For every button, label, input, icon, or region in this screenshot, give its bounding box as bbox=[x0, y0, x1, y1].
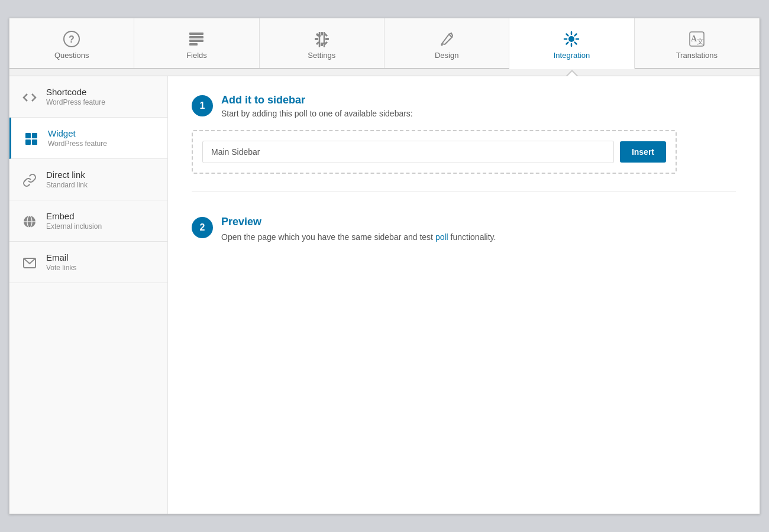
widget-sub: WordPress feature bbox=[48, 140, 107, 148]
step1-desc: Start by adding this poll to one of avai… bbox=[221, 109, 413, 118]
widget-title: Widget bbox=[48, 128, 107, 138]
sidebar: Shortcode WordPress feature Widget WordP… bbox=[9, 76, 168, 514]
svg-rect-4 bbox=[189, 40, 203, 42]
sidebar-item-widget[interactable]: Widget WordPress feature bbox=[9, 118, 167, 159]
direct-link-title: Direct link bbox=[46, 170, 88, 180]
design-icon bbox=[438, 29, 455, 47]
svg-rect-2 bbox=[189, 33, 203, 35]
app-container: ? Questions Fields bbox=[9, 18, 760, 514]
svg-rect-6 bbox=[321, 32, 323, 35]
tab-settings-label: Settings bbox=[308, 51, 335, 60]
widget-icon bbox=[23, 130, 40, 145]
email-title: Email bbox=[46, 252, 76, 262]
tab-fields[interactable]: Fields bbox=[134, 18, 259, 68]
tab-questions-label: Questions bbox=[54, 51, 89, 60]
tab-indicator-row bbox=[9, 69, 760, 76]
direct-link-icon bbox=[21, 171, 38, 187]
step2-section: 2 Preview Open the page which you have t… bbox=[192, 216, 736, 273]
settings-icon bbox=[314, 29, 330, 47]
step2-header: 2 Preview Open the page which you have t… bbox=[192, 216, 736, 244]
sidebar-item-embed[interactable]: Embed External inclusion bbox=[9, 200, 167, 242]
fields-icon bbox=[188, 29, 205, 47]
sidebar-item-direct-link[interactable]: Direct link Standard link bbox=[9, 159, 167, 200]
step1-header: 1 Add it to sidebar Start by adding this… bbox=[192, 94, 736, 118]
main-body: Shortcode WordPress feature Widget WordP… bbox=[9, 76, 760, 514]
embed-sub: External inclusion bbox=[46, 222, 102, 231]
translations-icon: A 文 bbox=[689, 29, 705, 47]
step1-circle: 1 bbox=[192, 95, 213, 116]
svg-rect-21 bbox=[25, 133, 31, 138]
tab-fields-label: Fields bbox=[186, 51, 207, 60]
svg-point-17 bbox=[568, 36, 574, 42]
step2-circle: 2 bbox=[192, 217, 213, 238]
tab-questions[interactable]: ? Questions bbox=[9, 18, 134, 68]
svg-rect-9 bbox=[325, 38, 329, 40]
svg-line-12 bbox=[325, 34, 327, 36]
svg-rect-3 bbox=[189, 36, 203, 38]
questions-icon: ? bbox=[63, 29, 80, 47]
preview-highlight: poll bbox=[435, 232, 448, 242]
shortcode-title: Shortcode bbox=[46, 87, 105, 97]
tab-design[interactable]: Design bbox=[384, 18, 509, 68]
email-icon bbox=[21, 254, 38, 270]
step2-desc: Open the page which you have the same si… bbox=[221, 231, 496, 244]
content-area: 1 Add it to sidebar Start by adding this… bbox=[168, 76, 760, 514]
step1-title: Add it to sidebar bbox=[221, 94, 413, 106]
svg-rect-5 bbox=[189, 43, 198, 46]
tab-translations[interactable]: A 文 Translations bbox=[635, 18, 760, 68]
tab-translations-label: Translations bbox=[676, 51, 718, 60]
step2-title: Preview bbox=[221, 216, 496, 228]
svg-rect-23 bbox=[25, 140, 31, 145]
sidebar-item-shortcode[interactable]: Shortcode WordPress feature bbox=[9, 76, 167, 118]
top-nav: ? Questions Fields bbox=[9, 18, 760, 69]
sidebar-select-box: Main Sidebar Insert bbox=[192, 130, 677, 174]
svg-rect-8 bbox=[315, 38, 318, 40]
shortcode-sub: WordPress feature bbox=[46, 98, 105, 106]
svg-text:文: 文 bbox=[697, 37, 704, 46]
tab-integration-label: Integration bbox=[554, 51, 590, 60]
embed-title: Embed bbox=[46, 211, 102, 221]
email-sub: Vote links bbox=[46, 264, 76, 272]
sidebar-select[interactable]: Main Sidebar bbox=[202, 141, 614, 163]
integration-icon bbox=[563, 29, 580, 47]
embed-icon bbox=[21, 213, 38, 228]
svg-rect-24 bbox=[32, 140, 37, 145]
insert-button[interactable]: Insert bbox=[620, 141, 666, 163]
svg-text:?: ? bbox=[69, 34, 75, 44]
step1-section: 1 Add it to sidebar Start by adding this… bbox=[192, 94, 736, 192]
sidebar-item-email[interactable]: Email Vote links bbox=[9, 242, 167, 283]
svg-line-13 bbox=[316, 42, 319, 44]
tab-integration[interactable]: Integration bbox=[509, 18, 634, 69]
tab-design-label: Design bbox=[435, 51, 458, 60]
shortcode-icon bbox=[21, 89, 38, 104]
svg-rect-7 bbox=[321, 43, 323, 46]
svg-rect-22 bbox=[32, 133, 37, 138]
direct-link-sub: Standard link bbox=[46, 181, 88, 189]
tab-settings[interactable]: Settings bbox=[260, 18, 384, 68]
